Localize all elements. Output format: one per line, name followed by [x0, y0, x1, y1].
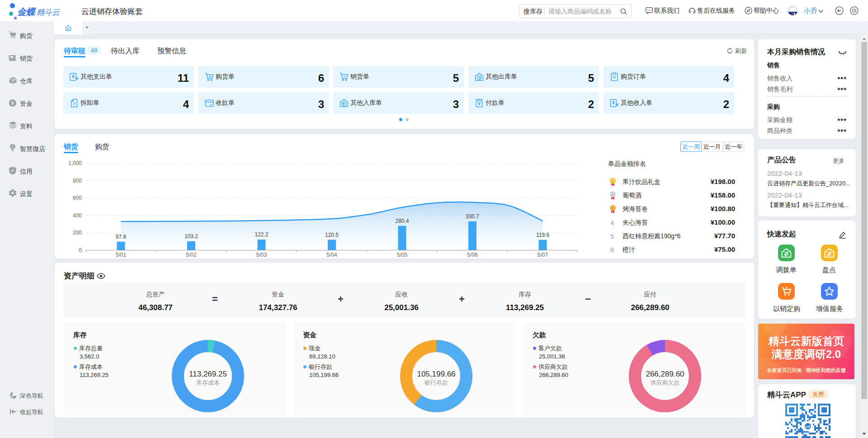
svg-text:5/04: 5/04	[326, 252, 337, 258]
svg-text:800: 800	[73, 178, 82, 184]
svg-text:5/01: 5/01	[116, 252, 127, 258]
svg-text:银行存款: 银行存款	[424, 379, 448, 386]
svg-text:266,289.60: 266,289.60	[646, 370, 684, 378]
svg-text:¥: ¥	[72, 74, 75, 79]
svg-text:120.5: 120.5	[325, 232, 339, 238]
svg-text:400: 400	[73, 212, 82, 219]
svg-text:1,000: 1,000	[68, 160, 82, 166]
svg-text:113,269.25: 113,269.25	[189, 370, 227, 378]
svg-text:5/06: 5/06	[467, 252, 478, 258]
svg-text:97.8: 97.8	[116, 234, 127, 240]
svg-text:122.2: 122.2	[255, 231, 268, 238]
svg-text:1: 1	[612, 179, 614, 183]
svg-text:330.7: 330.7	[466, 213, 479, 220]
svg-text:供应商欠款: 供应商欠款	[651, 379, 680, 386]
svg-text:5/03: 5/03	[256, 252, 267, 258]
svg-text:200: 200	[73, 230, 82, 236]
svg-text:#: #	[73, 102, 75, 106]
svg-text:600: 600	[73, 195, 82, 201]
svg-text:105,199.66: 105,199.66	[417, 370, 455, 378]
svg-text:5/07: 5/07	[538, 252, 548, 258]
svg-text:103.2: 103.2	[184, 233, 198, 240]
svg-text:¥: ¥	[11, 100, 14, 106]
svg-text:0: 0	[79, 247, 82, 254]
svg-text:2: 2	[612, 193, 614, 197]
svg-text:5/02: 5/02	[186, 252, 197, 258]
svg-text:金蝶: 金蝶	[805, 425, 811, 428]
svg-text:5/05: 5/05	[397, 252, 408, 258]
svg-text:119.6: 119.6	[536, 232, 549, 238]
svg-text:3: 3	[612, 206, 614, 210]
svg-text:¥: ¥	[612, 100, 615, 105]
svg-text:280.4: 280.4	[395, 218, 409, 224]
svg-text:库存成本: 库存成本	[196, 379, 220, 386]
